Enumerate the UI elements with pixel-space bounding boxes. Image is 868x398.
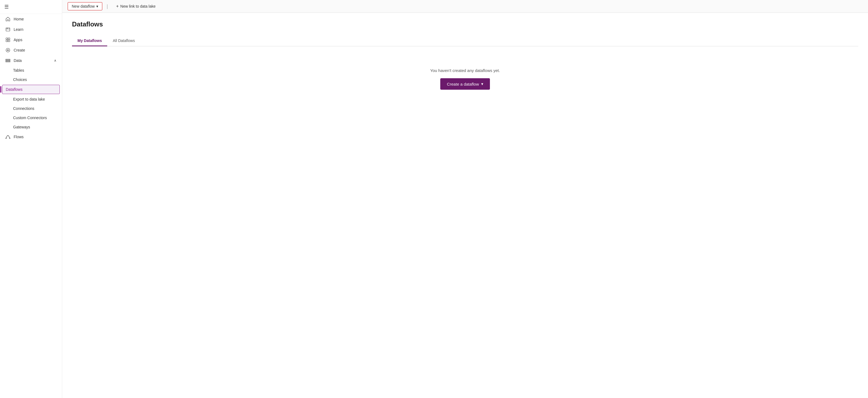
flows-icon [5, 134, 10, 139]
sidebar-item-flows[interactable]: Flows [0, 132, 62, 142]
empty-state: You haven't created any dataflows yet. C… [72, 68, 858, 90]
page-title: Dataflows [72, 21, 858, 28]
sidebar-item-learn-label: Learn [13, 27, 24, 32]
sidebar-item-gateways-label: Gateways [13, 125, 30, 129]
empty-state-text: You haven't created any dataflows yet. [430, 68, 500, 73]
create-dataflow-button[interactable]: Create a dataflow ▾ [440, 78, 490, 90]
sidebar-item-data[interactable]: Data ∧ [0, 55, 62, 66]
sidebar-item-flows-label: Flows [13, 135, 24, 139]
new-dataflow-label: New dataflow [72, 4, 95, 8]
sidebar-item-home[interactable]: Home [0, 14, 62, 24]
sidebar-item-create-label: Create [13, 48, 25, 52]
new-dataflow-button[interactable]: New dataflow ▾ [68, 2, 102, 10]
tabs-container: My Dataflows All Dataflows [72, 36, 858, 46]
data-icon [5, 58, 10, 63]
svg-rect-7 [6, 60, 10, 61]
sidebar-item-custom-connectors-label: Custom Connectors [13, 115, 47, 120]
sidebar-item-tables-label: Tables [13, 68, 24, 72]
svg-rect-1 [6, 38, 8, 39]
sidebar-item-data-label: Data [13, 58, 22, 63]
new-link-button[interactable]: + New link to data lake [113, 2, 160, 10]
toolbar: New dataflow ▾ | + New link to data lake [62, 0, 868, 13]
toolbar-divider: | [107, 4, 108, 9]
plus-icon: + [116, 4, 119, 9]
tab-my-dataflows[interactable]: My Dataflows [72, 36, 107, 46]
create-icon [5, 48, 10, 53]
sidebar-item-dataflows-label: Dataflows [6, 87, 22, 92]
sidebar-item-choices[interactable]: Choices [0, 75, 62, 84]
svg-rect-2 [8, 38, 10, 39]
sidebar-item-apps[interactable]: Apps [0, 35, 62, 45]
sidebar-item-create[interactable]: Create [0, 45, 62, 55]
content-area: Dataflows My Dataflows All Dataflows You… [62, 13, 868, 398]
create-chevron-icon: ▾ [481, 81, 484, 87]
chevron-up-icon: ∧ [54, 59, 57, 62]
sidebar-item-export-label: Export to data lake [13, 97, 45, 101]
sidebar-item-export-to-data-lake[interactable]: Export to data lake [0, 95, 62, 104]
sidebar-item-apps-label: Apps [13, 38, 22, 42]
svg-rect-6 [6, 59, 10, 60]
hamburger-icon[interactable]: ☰ [4, 4, 9, 10]
learn-icon [5, 27, 10, 32]
sidebar: ☰ Home Learn A [0, 0, 62, 398]
main-area: New dataflow ▾ | + New link to data lake… [62, 0, 868, 398]
sidebar-item-home-label: Home [13, 17, 24, 21]
sidebar-item-gateways[interactable]: Gateways [0, 123, 62, 132]
svg-rect-3 [6, 40, 8, 42]
new-link-label: New link to data lake [120, 4, 155, 8]
sidebar-header: ☰ [0, 0, 62, 14]
create-dataflow-label: Create a dataflow [447, 82, 479, 87]
tab-my-dataflows-label: My Dataflows [78, 38, 102, 43]
sidebar-item-connections[interactable]: Connections [0, 104, 62, 113]
sidebar-item-choices-label: Choices [13, 77, 27, 82]
sidebar-item-tables[interactable]: Tables [0, 66, 62, 75]
tab-all-dataflows[interactable]: All Dataflows [107, 36, 140, 46]
sidebar-item-custom-connectors[interactable]: Custom Connectors [0, 113, 62, 123]
apps-icon [5, 37, 10, 42]
svg-rect-0 [6, 28, 10, 31]
sidebar-item-connections-label: Connections [13, 106, 34, 111]
tab-all-dataflows-label: All Dataflows [113, 38, 135, 43]
sidebar-item-dataflows[interactable]: Dataflows [2, 85, 60, 94]
svg-rect-4 [8, 40, 10, 42]
new-dataflow-chevron-icon: ▾ [96, 4, 98, 8]
svg-rect-8 [6, 61, 10, 62]
home-icon [5, 16, 10, 22]
sidebar-item-learn[interactable]: Learn [0, 24, 62, 35]
